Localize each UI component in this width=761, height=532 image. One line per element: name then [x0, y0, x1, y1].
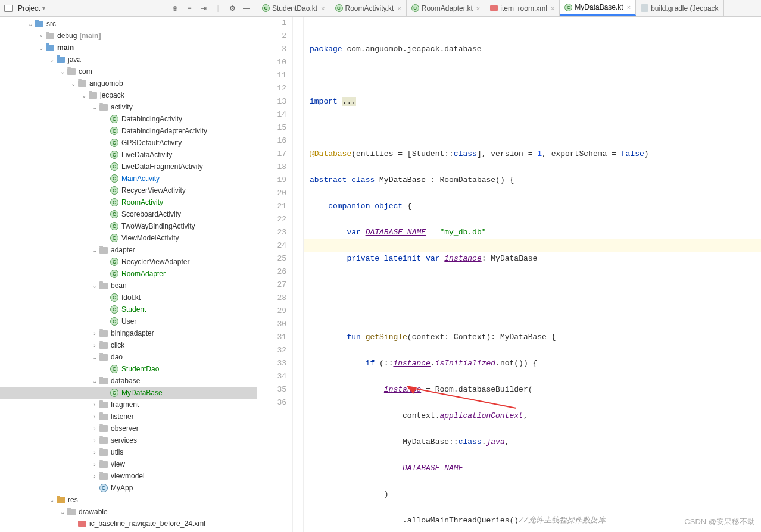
tree-node-res[interactable]: ⌄res: [0, 494, 257, 506]
close-icon[interactable]: ×: [551, 5, 554, 12]
tree-node-adapter[interactable]: ⌄adapter: [0, 244, 257, 256]
tree-node-file[interactable]: CDatabindingActivity: [0, 113, 257, 125]
fold-column[interactable]: [293, 17, 304, 532]
tree-node-studentdao[interactable]: CStudentDao: [0, 363, 257, 375]
tab-mydatabase-kt[interactable]: CMyDataBase.kt×: [560, 0, 636, 16]
project-label: Project: [18, 4, 40, 12]
tree-node-bean[interactable]: ⌄bean: [0, 280, 257, 292]
tree-node-file[interactable]: CLiveDataFragmentActivity: [0, 161, 257, 173]
tree-node-dao[interactable]: ⌄dao: [0, 351, 257, 363]
tree-node-drawable[interactable]: ⌄drawable: [0, 506, 257, 518]
hide-icon[interactable]: —: [240, 2, 253, 15]
project-toolbar: ⊕ ≡ ⇥ | ⚙ —: [169, 2, 253, 15]
tree-node-src[interactable]: ⌄src: [0, 18, 257, 30]
tab-item_room-xml[interactable]: item_room.xml×: [485, 0, 560, 16]
tree-node-folder[interactable]: ›listener: [0, 411, 257, 423]
tree-node-mydatabase[interactable]: CMyDataBase: [0, 387, 257, 399]
project-panel: Project ▾ ⊕ ≡ ⇥ | ⚙ — ⌄src ›debug[main] …: [0, 0, 257, 532]
tree-node-main[interactable]: ⌄main: [0, 42, 257, 54]
tree-node-drawable-file[interactable]: ic_baseline_navigate_before_24.xml: [0, 518, 257, 530]
tab-roomactivity-kt[interactable]: CRoomActivity.kt×: [330, 0, 407, 16]
tree-node-anguomob[interactable]: ⌄anguomob: [0, 77, 257, 89]
tab-build-gradle-jecpack[interactable]: build.gradle (Jecpack: [636, 0, 723, 16]
tree-node-file[interactable]: CScoreboardActivity: [0, 208, 257, 220]
gutter: 1231011121314151617181920212223242526272…: [257, 17, 293, 532]
settings-icon[interactable]: ⚙: [226, 2, 239, 15]
code-area[interactable]: 1231011121314151617181920212223242526272…: [257, 17, 761, 532]
collapse-icon[interactable]: ⇥: [197, 2, 210, 15]
tree-node-folder[interactable]: ›services: [0, 434, 257, 446]
locate-icon[interactable]: ⊕: [169, 2, 182, 15]
tree-node-folder[interactable]: ›utils: [0, 446, 257, 458]
tree-node-file[interactable]: CStudent: [0, 303, 257, 315]
project-tree[interactable]: ⌄src ›debug[main] ⌄main ⌄java ⌄com ⌄angu…: [0, 17, 257, 532]
tree-node-debug[interactable]: ›debug[main]: [0, 30, 257, 42]
tree-node-file[interactable]: CUser: [0, 315, 257, 327]
tree-node-folder[interactable]: ›fragment: [0, 399, 257, 411]
tree-node-file[interactable]: CMainActivity: [0, 173, 257, 184]
tree-node-file[interactable]: CRoomActivity: [0, 196, 257, 208]
tree-node-activity[interactable]: ⌄activity: [0, 101, 257, 113]
tree-node-biningadapter[interactable]: ›biningadapter: [0, 327, 257, 339]
tree-node-file[interactable]: CRecycerViewActivity: [0, 184, 257, 196]
tree-node-file[interactable]: CGPSDetaultActivity: [0, 137, 257, 149]
project-header: Project ▾ ⊕ ≡ ⇥ | ⚙ —: [0, 0, 257, 17]
close-icon[interactable]: ×: [397, 5, 401, 12]
close-icon[interactable]: ×: [476, 5, 480, 12]
project-title[interactable]: Project ▾: [4, 4, 169, 13]
tree-node-folder[interactable]: ›observer: [0, 423, 257, 434]
project-dropdown-icon: ▾: [42, 5, 45, 11]
tree-node-java[interactable]: ⌄java: [0, 54, 257, 65]
expand-icon[interactable]: ≡: [183, 2, 196, 15]
tree-node-file[interactable]: CRecyclerViewAdapter: [0, 256, 257, 268]
tree-node-file[interactable]: CIdol.kt: [0, 292, 257, 303]
tab-studentdao-kt[interactable]: CStudentDao.kt×: [257, 0, 330, 16]
close-icon[interactable]: ×: [627, 4, 631, 11]
tree-node-com[interactable]: ⌄com: [0, 65, 257, 77]
tree-node-file[interactable]: CDatabindingAdapterActivity: [0, 125, 257, 137]
editor-panel: CStudentDao.kt×CRoomActivity.kt×CRoomAda…: [257, 0, 761, 532]
tree-node-file[interactable]: CLiveDataActivity: [0, 149, 257, 161]
tab-roomadapter-kt[interactable]: CRoomAdapter.kt×: [407, 0, 485, 16]
code-content[interactable]: package com.anguomob.jecpack.database im…: [304, 17, 761, 532]
tree-node-file[interactable]: CViewModelActivity: [0, 232, 257, 244]
tree-node-jecpack[interactable]: ⌄jecpack: [0, 89, 257, 101]
tree-node-file[interactable]: CRoomAdapter: [0, 268, 257, 280]
tree-node-folder[interactable]: ›viewmodel: [0, 470, 257, 482]
close-icon[interactable]: ×: [321, 5, 325, 12]
tree-node-folder[interactable]: ›view: [0, 458, 257, 470]
editor-tabs: CStudentDao.kt×CRoomActivity.kt×CRoomAda…: [257, 0, 761, 17]
tree-node-myapp[interactable]: CMyApp: [0, 482, 257, 494]
tree-node-click[interactable]: ›click: [0, 339, 257, 351]
watermark: CSDN @安果移不动: [684, 517, 755, 527]
tree-node-file[interactable]: CTwoWayBindingActivity: [0, 220, 257, 232]
tree-node-database[interactable]: ⌄database: [0, 375, 257, 387]
